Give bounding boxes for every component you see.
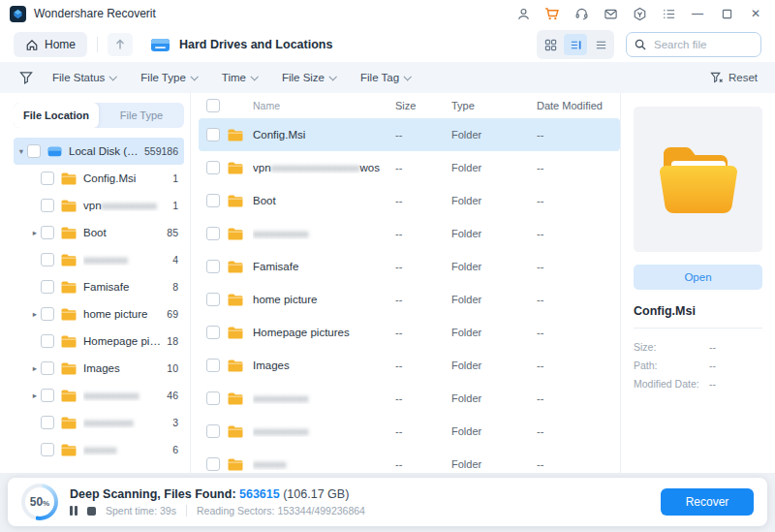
row-checkbox[interactable]	[206, 227, 220, 240]
table-row[interactable]: home picture--Folder--	[199, 283, 620, 316]
table-row[interactable]: Boot--Folder--	[199, 184, 620, 217]
tree-item-label: vpnxxxxxxxxxx	[83, 200, 167, 211]
tree-item[interactable]: ▸Boot85	[14, 219, 184, 246]
protection-icon[interactable]	[628, 3, 651, 24]
table-row[interactable]: vpnxxxxxxxxxxxxxxxxwos--Folder--	[199, 151, 620, 184]
file-date-modified: --	[537, 228, 620, 239]
row-checkbox[interactable]	[206, 457, 220, 471]
account-icon[interactable]	[512, 3, 535, 24]
tree-item[interactable]: Config.Msi1	[14, 165, 184, 192]
row-checkbox[interactable]	[206, 293, 220, 306]
spent-time-text: Spent time: 39s	[106, 505, 176, 516]
detail-view-icon[interactable]	[564, 34, 587, 55]
item-checkbox[interactable]	[41, 199, 54, 212]
file-type: Folder	[451, 360, 537, 371]
item-checkbox[interactable]	[41, 253, 54, 266]
table-row[interactable]: Config.Msi--Folder--	[199, 118, 620, 151]
grid-view-icon[interactable]	[539, 34, 562, 55]
row-checkbox[interactable]	[206, 161, 220, 174]
row-checkbox[interactable]	[206, 128, 220, 141]
tree-item[interactable]: ▸Images10	[14, 355, 184, 382]
cart-icon[interactable]	[541, 3, 564, 24]
filter-funnel-icon[interactable]	[19, 71, 33, 84]
support-icon[interactable]	[570, 3, 593, 24]
table-row[interactable]: xxxxxx--Folder--	[199, 448, 620, 473]
table-row[interactable]: Images--Folder--	[199, 349, 620, 382]
search-input[interactable]	[652, 38, 753, 51]
file-name: Famisafe	[253, 261, 395, 272]
file-size: --	[395, 261, 451, 272]
item-checkbox[interactable]	[41, 443, 54, 456]
mail-icon[interactable]	[599, 3, 622, 24]
tree-item[interactable]: Homepage pictures18	[14, 328, 184, 355]
stop-button[interactable]	[87, 507, 96, 516]
row-checkbox[interactable]	[206, 326, 220, 339]
filter-file-status[interactable]: File Status	[52, 72, 115, 83]
maximize-icon[interactable]	[715, 3, 738, 24]
tree-item[interactable]: xxxxxx6	[14, 436, 184, 463]
table-row[interactable]: xxxxxxxxxx--Folder--	[199, 382, 620, 415]
filter-file-size[interactable]: File Size	[282, 72, 335, 83]
tree-item[interactable]: vpnxxxxxxxxxx1	[14, 192, 184, 219]
item-checkbox[interactable]	[41, 416, 54, 429]
select-all-checkbox[interactable]	[206, 99, 220, 112]
filter-file-type[interactable]: File Type	[140, 72, 196, 83]
recover-button[interactable]: Recover	[661, 488, 754, 516]
item-checkbox[interactable]	[41, 172, 54, 185]
tab-file-type[interactable]: File Type	[99, 103, 184, 128]
pause-button[interactable]	[70, 506, 78, 516]
filter-file-tag[interactable]: File Tag	[360, 72, 410, 83]
file-type: Folder	[451, 294, 537, 305]
minimize-icon[interactable]: —	[686, 3, 709, 24]
table-row[interactable]: Homepage pictures--Folder--	[199, 316, 620, 349]
folder-icon	[228, 360, 253, 372]
status-bar: 50% Deep Scanning, Files Found: 563615 (…	[8, 478, 767, 526]
tab-file-location[interactable]: File Location	[14, 103, 99, 128]
tree-item[interactable]: xxxxxxxxx3	[14, 409, 184, 436]
column-name[interactable]: Name	[253, 100, 395, 111]
tree-item-label: home picture	[83, 308, 161, 320]
list-view-icon[interactable]	[589, 34, 612, 55]
tree-item[interactable]: ▾Local Disk (C:)559186	[14, 138, 184, 165]
scan-status-text: Deep Scanning, Files Found: 563615 (106.…	[70, 487, 365, 501]
tree-item-label: Boot	[83, 227, 161, 238]
file-size: --	[395, 162, 451, 173]
table-row[interactable]: xxxxxxxxxx--Folder--	[199, 217, 620, 250]
tree-item[interactable]: Famisafe8	[14, 273, 184, 300]
column-size[interactable]: Size	[395, 100, 451, 111]
item-checkbox[interactable]	[41, 307, 54, 321]
row-checkbox[interactable]	[206, 424, 220, 438]
item-checkbox[interactable]	[27, 144, 41, 158]
tree-item[interactable]: ▸xxxxxxxxxx46	[14, 382, 184, 409]
item-checkbox[interactable]	[41, 361, 54, 375]
filter-bar: File Status File Type Time File Size Fil…	[0, 62, 775, 93]
column-type[interactable]: Type	[451, 100, 537, 111]
tree-item[interactable]: xxxxxxxx4	[14, 246, 184, 273]
open-button[interactable]: Open	[634, 265, 762, 290]
item-checkbox[interactable]	[41, 389, 54, 402]
expand-arrow-icon[interactable]: ▸	[29, 228, 41, 237]
row-checkbox[interactable]	[206, 194, 220, 207]
table-row[interactable]: Famisafe--Folder--	[199, 250, 620, 283]
filter-time[interactable]: Time	[222, 72, 257, 83]
table-row[interactable]: xxxxxxxxxx--Folder--	[199, 415, 620, 448]
column-date-modified[interactable]: Date Modified	[537, 100, 620, 111]
collapse-arrow-icon[interactable]: ▾	[16, 146, 27, 156]
home-button[interactable]: Home	[14, 32, 87, 57]
table-header: Name Size Type Date Modified	[199, 93, 620, 118]
close-icon[interactable]: ✕	[744, 3, 767, 24]
tree-item[interactable]: ▸home picture69	[14, 300, 184, 328]
expand-arrow-icon[interactable]: ▸	[29, 363, 41, 373]
item-checkbox[interactable]	[41, 280, 54, 294]
row-checkbox[interactable]	[206, 260, 220, 273]
navigate-up-button[interactable]	[108, 33, 133, 56]
expand-arrow-icon[interactable]: ▸	[29, 309, 41, 319]
menu-icon[interactable]	[657, 3, 680, 24]
expand-arrow-icon[interactable]: ▸	[29, 391, 41, 400]
reset-filters-button[interactable]: Reset	[710, 72, 758, 84]
item-checkbox[interactable]	[41, 334, 54, 348]
search-box[interactable]	[626, 32, 761, 57]
row-checkbox[interactable]	[206, 391, 220, 405]
item-checkbox[interactable]	[41, 226, 54, 239]
row-checkbox[interactable]	[206, 359, 220, 372]
